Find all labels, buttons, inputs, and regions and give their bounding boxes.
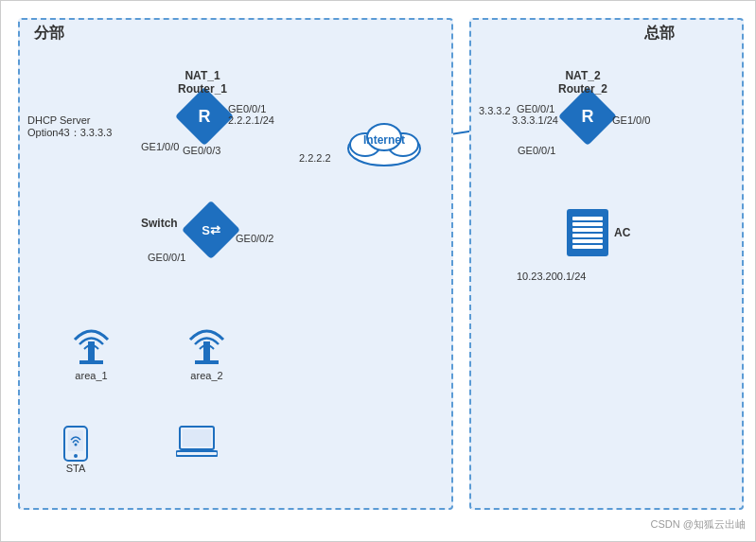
switch-label: Switch — [141, 217, 178, 230]
switch-icon: S⇄ — [190, 209, 232, 251]
svg-rect-14 — [572, 228, 603, 232]
internet-label: Internet — [363, 133, 405, 147]
svg-rect-31 — [191, 449, 202, 451]
ac-ip-label: 10.23.200.1/24 — [517, 271, 586, 282]
internet-cloud: Internet — [342, 113, 427, 169]
svg-rect-19 — [79, 360, 103, 364]
watermark: CSDN @知狐云出岫 — [651, 517, 746, 532]
router1-icon: R — [184, 96, 225, 137]
hq-label: 总部 — [644, 24, 675, 44]
internet-ip-right: 3.3.3.2 — [479, 105, 511, 116]
sta-label: STA — [66, 463, 86, 474]
r2-ge001-ac-label: GE0/0/1 — [518, 145, 555, 156]
ap-area2-label: area_2 — [190, 370, 222, 381]
ac-icon — [567, 209, 608, 256]
r2-ge001-label: GE0/0/1 — [517, 103, 554, 114]
r2-ip-label: 3.3.3.1/24 — [512, 114, 558, 126]
diagram-container: 分部 总部 DHCP Server Option43：3.3.3.3 R NAT… — [0, 0, 756, 542]
svg-rect-22 — [195, 360, 219, 364]
r1-ge003-label: GE0/0/3 — [183, 145, 220, 156]
svg-rect-17 — [572, 245, 603, 249]
ap-area2: area_2 — [181, 313, 233, 381]
svg-point-27 — [75, 444, 78, 446]
svg-rect-15 — [572, 234, 603, 237]
r1-ip-label: 2.2.2.1/24 — [228, 114, 274, 126]
laptop-device — [176, 425, 218, 459]
svg-point-23 — [204, 348, 210, 354]
ap-area1: area_1 — [65, 313, 117, 381]
svg-rect-13 — [572, 222, 603, 226]
r2-ge100-label: GE1/0/0 — [612, 114, 650, 126]
svg-rect-30 — [176, 451, 218, 456]
sw-ge002-label: GE0/0/2 — [236, 233, 273, 244]
svg-point-26 — [74, 454, 78, 458]
router2-icon: R — [567, 96, 608, 137]
svg-rect-29 — [183, 429, 211, 446]
branch-label: 分部 — [34, 24, 64, 44]
sta-device: STA — [62, 425, 89, 474]
svg-point-20 — [89, 348, 95, 354]
router1-label: NAT_1 Router_1 — [160, 69, 245, 96]
router2-label: NAT_2 Router_2 — [540, 69, 625, 96]
dhcp-server-label: DHCP Server Option43：3.3.3.3 — [27, 114, 112, 140]
internet-ip-left: 2.2.2.2 — [299, 152, 331, 164]
r1-ge001-label: GE0/0/1 — [228, 103, 266, 114]
r1-ge100-label: GE1/0/0 — [141, 141, 179, 152]
ap-area1-label: area_1 — [75, 370, 107, 381]
sw-ge001-label: GE0/0/1 — [148, 252, 185, 263]
svg-rect-16 — [572, 239, 603, 243]
ac-label: AC — [614, 226, 630, 239]
svg-rect-12 — [572, 217, 603, 220]
